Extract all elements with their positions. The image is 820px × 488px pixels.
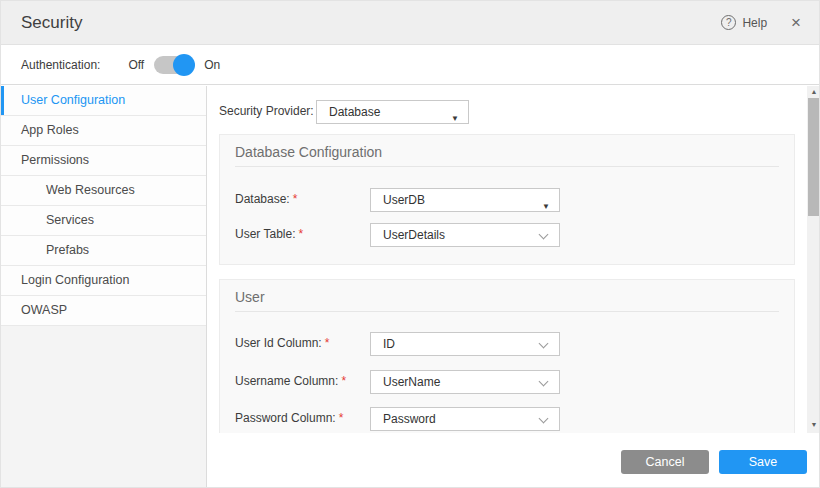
user-table-label: User Table:*: [235, 223, 303, 246]
cancel-button[interactable]: Cancel: [621, 450, 709, 474]
username-column-label: Username Column:*: [235, 370, 346, 393]
help-link[interactable]: Help: [742, 16, 767, 30]
section-title: Database Configuration: [235, 144, 382, 160]
toggle-knob[interactable]: [173, 54, 195, 76]
authentication-label: Authentication:: [21, 58, 100, 72]
section-divider: [235, 311, 779, 312]
required-asterisk: *: [293, 192, 298, 206]
user-table-select[interactable]: UserDetails: [370, 223, 560, 247]
help-icon[interactable]: ?: [721, 15, 736, 30]
authentication-bar: Authentication: Off On: [1, 46, 820, 85]
scrollbar[interactable]: ▲ ▼: [807, 86, 820, 433]
section-divider: [235, 166, 779, 167]
security-dialog: Security ? Help × Authentication: Off On…: [0, 0, 820, 488]
database-label: Database:*: [235, 188, 297, 211]
section-title: User: [235, 289, 265, 305]
required-asterisk: *: [339, 411, 344, 425]
sidebar-item-login-configuration[interactable]: Login Configuration: [1, 266, 206, 296]
security-provider-select[interactable]: Database ▼: [316, 100, 469, 124]
dialog-footer: Cancel Save: [207, 433, 820, 488]
username-column-value: UserName: [383, 375, 440, 389]
save-button[interactable]: Save: [719, 450, 807, 474]
dropdown-arrow-icon: ▼: [451, 108, 459, 130]
user-id-column-label: User Id Column:*: [235, 332, 329, 355]
dropdown-arrow-icon: ▼: [542, 196, 550, 218]
password-column-value: Password: [383, 412, 436, 426]
toggle-off-label: Off: [128, 58, 144, 72]
required-asterisk: *: [325, 336, 330, 350]
sidebar-item-user-configuration[interactable]: User Configuration: [1, 86, 206, 116]
sidebar: User Configuration App Roles Permissions…: [1, 86, 207, 488]
password-column-select[interactable]: Password: [370, 407, 560, 431]
database-configuration-section: Database Configuration Database:* UserDB…: [219, 134, 795, 265]
scrollbar-up-icon[interactable]: ▲: [807, 86, 820, 98]
user-table-value: UserDetails: [383, 228, 445, 242]
username-column-select[interactable]: UserName: [370, 370, 560, 394]
database-select[interactable]: UserDB ▼: [370, 188, 560, 212]
user-section: User User Id Column:* ID Username Column…: [219, 279, 795, 433]
toggle-on-label: On: [204, 58, 220, 72]
password-column-label: Password Column:*: [235, 407, 343, 430]
header-actions: ? Help ×: [721, 14, 801, 31]
sidebar-item-services[interactable]: Services: [1, 206, 206, 236]
sidebar-item-app-roles[interactable]: App Roles: [1, 116, 206, 146]
required-asterisk: *: [298, 227, 303, 241]
database-value: UserDB: [383, 193, 425, 207]
chevron-down-icon: [539, 230, 549, 240]
security-provider-value: Database: [329, 105, 380, 119]
user-id-column-value: ID: [383, 337, 395, 351]
required-asterisk: *: [341, 374, 346, 388]
sidebar-item-web-resources[interactable]: Web Resources: [1, 176, 206, 206]
sidebar-item-prefabs[interactable]: Prefabs: [1, 236, 206, 266]
authentication-toggle[interactable]: [154, 56, 194, 74]
chevron-down-icon: [539, 339, 549, 349]
sidebar-item-owasp[interactable]: OWASP: [1, 296, 206, 326]
chevron-down-icon: [539, 377, 549, 387]
scrollbar-thumb[interactable]: [808, 98, 820, 216]
dialog-header: Security ? Help ×: [1, 1, 820, 45]
close-icon[interactable]: ×: [791, 14, 801, 31]
user-id-column-select[interactable]: ID: [370, 332, 560, 356]
main-content: Security Provider: Database ▼ Database C…: [207, 86, 820, 433]
scrollbar-down-icon[interactable]: ▼: [807, 419, 820, 431]
sidebar-item-permissions[interactable]: Permissions: [1, 146, 206, 176]
security-provider-label: Security Provider:: [219, 100, 314, 123]
chevron-down-icon: [539, 414, 549, 424]
page-title: Security: [21, 13, 82, 33]
